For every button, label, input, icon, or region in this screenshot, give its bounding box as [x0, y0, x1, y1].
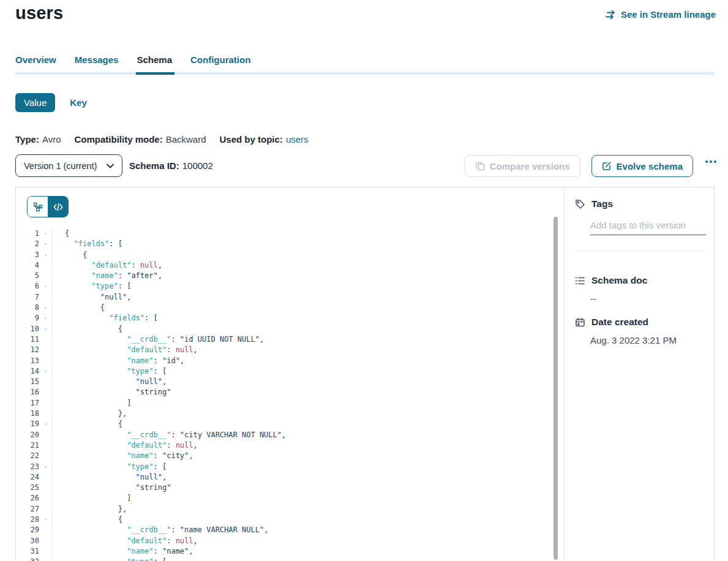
code-line: 24"null", — [16, 472, 557, 483]
line-number: 22 — [16, 451, 39, 461]
schema-type: Type: Avro — [15, 134, 61, 145]
tab-bar: Overview Messages Schema Configuration — [15, 55, 715, 75]
fold-toggle-icon[interactable]: ▾ — [39, 313, 52, 323]
code-text: { — [52, 228, 557, 239]
schema-doc-title: Schema doc — [591, 275, 647, 286]
line-number: 1 — [16, 228, 39, 239]
version-select[interactable]: Version 1 (current) — [15, 154, 122, 177]
schema-info-sidebar: Tags Schema doc -- — [564, 187, 715, 561]
code-text: { — [52, 514, 557, 525]
code-text: "default": null, — [52, 440, 557, 451]
code-text: "name": "name", — [52, 546, 557, 557]
sidebar-divider — [575, 250, 704, 251]
code-line: 10▾{ — [16, 324, 557, 334]
type-label: Type: — [15, 134, 39, 145]
code-text: "default": null, — [52, 536, 557, 546]
tag-icon — [575, 199, 585, 209]
compatibility-value: Backward — [166, 134, 206, 145]
compare-versions-button[interactable]: Compare versions — [465, 155, 580, 177]
schema-id-value: 100002 — [182, 160, 213, 171]
topic-link[interactable]: users — [286, 134, 309, 145]
code-text: "name": "after", — [52, 271, 557, 281]
code-text: "fields": [ — [52, 239, 557, 249]
editor-scrollbar[interactable] — [554, 217, 558, 560]
stream-lineage-label: See in Stream lineage — [621, 9, 716, 20]
type-value: Avro — [42, 134, 61, 145]
fold-toggle-icon[interactable]: ▾ — [39, 281, 52, 292]
code-text: ] — [52, 398, 557, 409]
evolve-schema-button[interactable]: Evolve schema — [591, 155, 693, 177]
code-view-button[interactable] — [48, 197, 68, 217]
line-number: 5 — [16, 271, 39, 281]
line-number: 27 — [16, 504, 39, 514]
line-number: 28 — [16, 514, 39, 525]
line-number: 12 — [16, 345, 39, 355]
fold-toggle-icon[interactable]: ▾ — [39, 557, 52, 561]
code-line: 11"__crdb__": "id UUID NOT NULL", — [16, 334, 557, 345]
code-line: 21"default": null, — [16, 440, 557, 451]
fold-toggle-icon[interactable]: ▾ — [39, 250, 52, 260]
code-line: 28▾{ — [16, 514, 557, 525]
code-text: "type": [ — [52, 281, 557, 292]
line-number: 14 — [16, 366, 39, 377]
fold-toggle-icon[interactable]: ▾ — [39, 419, 52, 429]
fold-toggle-icon[interactable]: ▾ — [39, 462, 52, 472]
tree-view-button[interactable] — [28, 197, 48, 217]
line-number: 32 — [16, 557, 39, 561]
line-number: 31 — [16, 546, 39, 557]
code-line: 31"name": "name", — [16, 546, 557, 557]
schema-code-editor[interactable]: 1▾{2▾"fields": [3▾{4"default": null,5"na… — [16, 228, 557, 561]
date-created-value: Aug. 3 2022 3:21 PM — [590, 335, 704, 345]
code-line: 30"default": null, — [16, 536, 557, 546]
line-number: 9 — [16, 313, 39, 323]
code-line: 2▾"fields": [ — [16, 239, 557, 249]
code-line: 6▾"type": [ — [16, 281, 557, 292]
code-line: 22"name": "city", — [16, 451, 557, 461]
fold-toggle-icon[interactable]: ▾ — [39, 366, 52, 377]
line-number: 30 — [16, 536, 39, 546]
code-text: }, — [52, 504, 557, 514]
used-by-topic-label: Used by topic: — [220, 134, 283, 145]
value-key-toggle: Value Key — [15, 93, 87, 112]
line-number: 7 — [16, 292, 39, 303]
evolve-schema-label: Evolve schema — [617, 161, 683, 171]
tab-messages[interactable]: Messages — [75, 55, 119, 65]
list-icon — [575, 276, 585, 285]
code-text: "string" — [52, 483, 557, 493]
code-view-icon — [53, 203, 63, 211]
key-toggle-button[interactable]: Key — [70, 97, 87, 108]
fold-toggle-icon[interactable]: ▾ — [39, 514, 52, 525]
tree-view-icon — [33, 202, 43, 212]
fold-toggle-icon[interactable]: ▾ — [39, 239, 52, 249]
fold-toggle-icon[interactable]: ▾ — [39, 303, 52, 313]
tab-configuration[interactable]: Configuration — [190, 55, 250, 65]
code-line: 4"default": null, — [16, 260, 557, 271]
tags-section: Tags — [575, 198, 704, 235]
schema-meta-row: Type: Avro Compatibility mode: Backward … — [15, 134, 309, 145]
fold-toggle-icon[interactable]: ▾ — [39, 324, 52, 334]
fold-toggle-icon[interactable]: ▾ — [39, 228, 52, 239]
schema-editor-pane: 1▾{2▾"fields": [3▾{4"default": null,5"na… — [16, 187, 564, 561]
tags-title: Tags — [591, 198, 613, 209]
more-options-button[interactable] — [704, 158, 718, 165]
tab-overview[interactable]: Overview — [15, 55, 56, 65]
code-line: 27}, — [16, 504, 557, 514]
code-line: 5"name": "after", — [16, 271, 557, 281]
add-tags-input[interactable] — [590, 219, 706, 235]
line-number: 18 — [16, 409, 39, 419]
compare-versions-label: Compare versions — [490, 161, 570, 171]
code-text: "null", — [52, 472, 557, 483]
line-number: 15 — [16, 377, 39, 387]
schema-actions: Compare versions Evolve schema — [465, 155, 693, 177]
stream-lineage-link[interactable]: See in Stream lineage — [606, 9, 716, 20]
code-text: { — [52, 324, 557, 334]
tab-schema[interactable]: Schema — [137, 55, 172, 65]
stream-lineage-icon — [606, 10, 617, 20]
code-text: "__crdb__": "name VARCHAR NULL", — [52, 525, 557, 535]
code-line: 7"null", — [16, 292, 557, 303]
value-toggle-button[interactable]: Value — [15, 93, 55, 112]
code-text: "name": "id", — [52, 356, 557, 366]
code-line: 3▾{ — [16, 250, 557, 260]
code-text: { — [52, 250, 557, 260]
line-number: 19 — [16, 419, 39, 429]
